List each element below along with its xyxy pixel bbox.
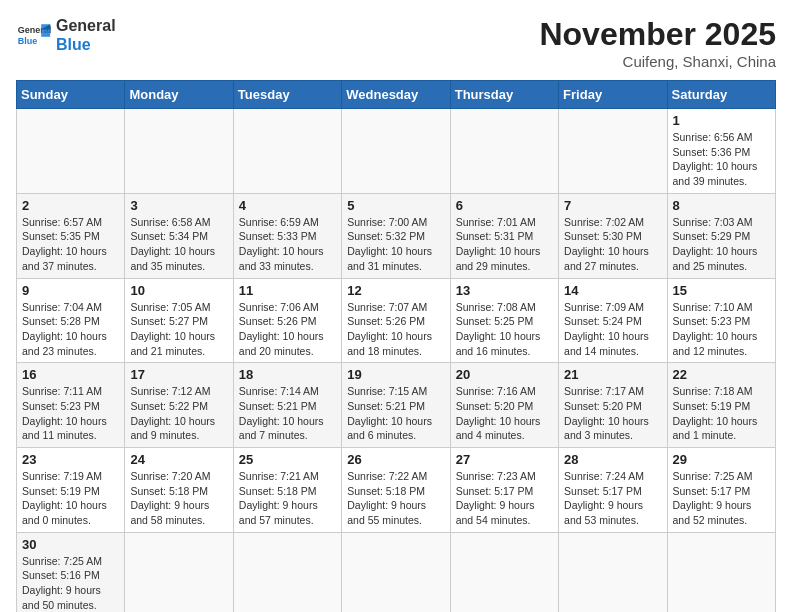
- day-number: 10: [130, 283, 227, 298]
- logo: General Blue General Blue: [16, 16, 116, 54]
- calendar-cell: [559, 109, 667, 194]
- calendar-cell: 29Sunrise: 7:25 AM Sunset: 5:17 PM Dayli…: [667, 448, 775, 533]
- calendar-cell: 3Sunrise: 6:58 AM Sunset: 5:34 PM Daylig…: [125, 193, 233, 278]
- day-info: Sunrise: 7:03 AM Sunset: 5:29 PM Dayligh…: [673, 215, 770, 274]
- title-block: November 2025 Cuifeng, Shanxi, China: [539, 16, 776, 70]
- day-info: Sunrise: 7:06 AM Sunset: 5:26 PM Dayligh…: [239, 300, 336, 359]
- day-info: Sunrise: 7:08 AM Sunset: 5:25 PM Dayligh…: [456, 300, 553, 359]
- week-row-3: 9Sunrise: 7:04 AM Sunset: 5:28 PM Daylig…: [17, 278, 776, 363]
- day-info: Sunrise: 7:25 AM Sunset: 5:17 PM Dayligh…: [673, 469, 770, 528]
- day-info: Sunrise: 7:22 AM Sunset: 5:18 PM Dayligh…: [347, 469, 444, 528]
- day-number: 9: [22, 283, 119, 298]
- day-number: 20: [456, 367, 553, 382]
- calendar-cell: 22Sunrise: 7:18 AM Sunset: 5:19 PM Dayli…: [667, 363, 775, 448]
- day-number: 1: [673, 113, 770, 128]
- day-info: Sunrise: 7:21 AM Sunset: 5:18 PM Dayligh…: [239, 469, 336, 528]
- day-number: 21: [564, 367, 661, 382]
- calendar-cell: [17, 109, 125, 194]
- calendar-cell: 4Sunrise: 6:59 AM Sunset: 5:33 PM Daylig…: [233, 193, 341, 278]
- svg-text:Blue: Blue: [18, 36, 38, 46]
- day-info: Sunrise: 7:16 AM Sunset: 5:20 PM Dayligh…: [456, 384, 553, 443]
- calendar-cell: 26Sunrise: 7:22 AM Sunset: 5:18 PM Dayli…: [342, 448, 450, 533]
- calendar-cell: 13Sunrise: 7:08 AM Sunset: 5:25 PM Dayli…: [450, 278, 558, 363]
- calendar-cell: 23Sunrise: 7:19 AM Sunset: 5:19 PM Dayli…: [17, 448, 125, 533]
- calendar-cell: 17Sunrise: 7:12 AM Sunset: 5:22 PM Dayli…: [125, 363, 233, 448]
- calendar-cell: [125, 109, 233, 194]
- day-info: Sunrise: 6:56 AM Sunset: 5:36 PM Dayligh…: [673, 130, 770, 189]
- day-info: Sunrise: 7:09 AM Sunset: 5:24 PM Dayligh…: [564, 300, 661, 359]
- col-sunday: Sunday: [17, 81, 125, 109]
- day-number: 8: [673, 198, 770, 213]
- calendar-cell: 16Sunrise: 7:11 AM Sunset: 5:23 PM Dayli…: [17, 363, 125, 448]
- calendar-cell: 30Sunrise: 7:25 AM Sunset: 5:16 PM Dayli…: [17, 532, 125, 612]
- day-info: Sunrise: 7:19 AM Sunset: 5:19 PM Dayligh…: [22, 469, 119, 528]
- calendar-cell: [342, 109, 450, 194]
- day-info: Sunrise: 7:23 AM Sunset: 5:17 PM Dayligh…: [456, 469, 553, 528]
- calendar-cell: [559, 532, 667, 612]
- calendar-cell: [667, 532, 775, 612]
- week-row-1: 1Sunrise: 6:56 AM Sunset: 5:36 PM Daylig…: [17, 109, 776, 194]
- calendar-cell: 11Sunrise: 7:06 AM Sunset: 5:26 PM Dayli…: [233, 278, 341, 363]
- calendar-cell: [233, 109, 341, 194]
- col-monday: Monday: [125, 81, 233, 109]
- page-header: General Blue General Blue November 2025 …: [16, 16, 776, 70]
- day-number: 28: [564, 452, 661, 467]
- day-info: Sunrise: 6:57 AM Sunset: 5:35 PM Dayligh…: [22, 215, 119, 274]
- calendar-cell: 14Sunrise: 7:09 AM Sunset: 5:24 PM Dayli…: [559, 278, 667, 363]
- day-info: Sunrise: 7:05 AM Sunset: 5:27 PM Dayligh…: [130, 300, 227, 359]
- calendar-cell: [233, 532, 341, 612]
- logo-icon: General Blue: [16, 17, 52, 53]
- calendar-cell: 25Sunrise: 7:21 AM Sunset: 5:18 PM Dayli…: [233, 448, 341, 533]
- day-number: 17: [130, 367, 227, 382]
- calendar-table: Sunday Monday Tuesday Wednesday Thursday…: [16, 80, 776, 612]
- day-number: 24: [130, 452, 227, 467]
- day-number: 29: [673, 452, 770, 467]
- calendar-cell: [125, 532, 233, 612]
- calendar-cell: 12Sunrise: 7:07 AM Sunset: 5:26 PM Dayli…: [342, 278, 450, 363]
- calendar-header-row: Sunday Monday Tuesday Wednesday Thursday…: [17, 81, 776, 109]
- week-row-2: 2Sunrise: 6:57 AM Sunset: 5:35 PM Daylig…: [17, 193, 776, 278]
- calendar-cell: 6Sunrise: 7:01 AM Sunset: 5:31 PM Daylig…: [450, 193, 558, 278]
- day-info: Sunrise: 7:07 AM Sunset: 5:26 PM Dayligh…: [347, 300, 444, 359]
- day-number: 2: [22, 198, 119, 213]
- calendar-cell: 20Sunrise: 7:16 AM Sunset: 5:20 PM Dayli…: [450, 363, 558, 448]
- col-saturday: Saturday: [667, 81, 775, 109]
- calendar-cell: [342, 532, 450, 612]
- calendar-cell: 28Sunrise: 7:24 AM Sunset: 5:17 PM Dayli…: [559, 448, 667, 533]
- day-info: Sunrise: 7:24 AM Sunset: 5:17 PM Dayligh…: [564, 469, 661, 528]
- logo-blue-text: Blue: [56, 35, 116, 54]
- day-number: 4: [239, 198, 336, 213]
- day-number: 27: [456, 452, 553, 467]
- day-number: 19: [347, 367, 444, 382]
- day-info: Sunrise: 7:02 AM Sunset: 5:30 PM Dayligh…: [564, 215, 661, 274]
- calendar-cell: 18Sunrise: 7:14 AM Sunset: 5:21 PM Dayli…: [233, 363, 341, 448]
- calendar-cell: 15Sunrise: 7:10 AM Sunset: 5:23 PM Dayli…: [667, 278, 775, 363]
- col-wednesday: Wednesday: [342, 81, 450, 109]
- day-number: 12: [347, 283, 444, 298]
- calendar-cell: 10Sunrise: 7:05 AM Sunset: 5:27 PM Dayli…: [125, 278, 233, 363]
- calendar-cell: 24Sunrise: 7:20 AM Sunset: 5:18 PM Dayli…: [125, 448, 233, 533]
- day-info: Sunrise: 7:14 AM Sunset: 5:21 PM Dayligh…: [239, 384, 336, 443]
- day-info: Sunrise: 6:59 AM Sunset: 5:33 PM Dayligh…: [239, 215, 336, 274]
- week-row-5: 23Sunrise: 7:19 AM Sunset: 5:19 PM Dayli…: [17, 448, 776, 533]
- calendar-cell: 5Sunrise: 7:00 AM Sunset: 5:32 PM Daylig…: [342, 193, 450, 278]
- month-title: November 2025: [539, 16, 776, 53]
- day-info: Sunrise: 6:58 AM Sunset: 5:34 PM Dayligh…: [130, 215, 227, 274]
- location-subtitle: Cuifeng, Shanxi, China: [539, 53, 776, 70]
- calendar-cell: 9Sunrise: 7:04 AM Sunset: 5:28 PM Daylig…: [17, 278, 125, 363]
- day-number: 7: [564, 198, 661, 213]
- day-number: 5: [347, 198, 444, 213]
- day-number: 6: [456, 198, 553, 213]
- calendar-cell: 8Sunrise: 7:03 AM Sunset: 5:29 PM Daylig…: [667, 193, 775, 278]
- day-number: 26: [347, 452, 444, 467]
- day-number: 16: [22, 367, 119, 382]
- calendar-cell: [450, 109, 558, 194]
- day-info: Sunrise: 7:25 AM Sunset: 5:16 PM Dayligh…: [22, 554, 119, 612]
- day-number: 22: [673, 367, 770, 382]
- day-info: Sunrise: 7:20 AM Sunset: 5:18 PM Dayligh…: [130, 469, 227, 528]
- col-tuesday: Tuesday: [233, 81, 341, 109]
- day-info: Sunrise: 7:01 AM Sunset: 5:31 PM Dayligh…: [456, 215, 553, 274]
- calendar-cell: 19Sunrise: 7:15 AM Sunset: 5:21 PM Dayli…: [342, 363, 450, 448]
- day-info: Sunrise: 7:18 AM Sunset: 5:19 PM Dayligh…: [673, 384, 770, 443]
- week-row-6: 30Sunrise: 7:25 AM Sunset: 5:16 PM Dayli…: [17, 532, 776, 612]
